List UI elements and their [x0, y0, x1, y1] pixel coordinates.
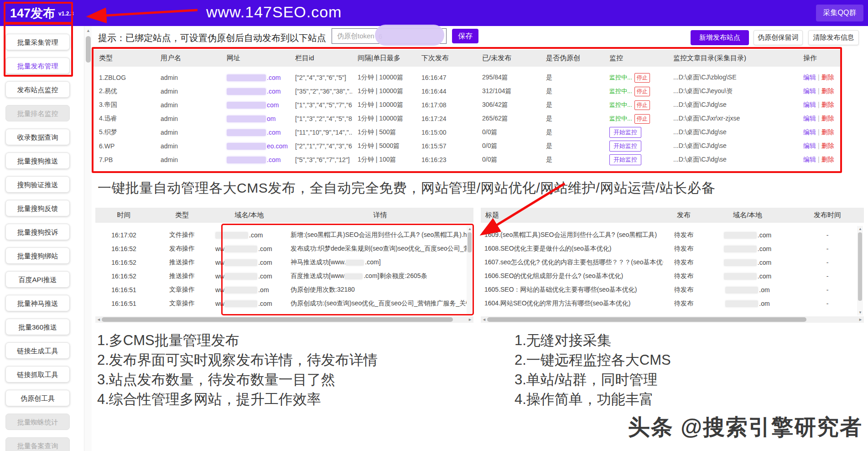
clear-info-button[interactable]: 清除发布信息: [808, 30, 859, 45]
publish-time: -: [791, 269, 864, 283]
sidebar-item[interactable]: 批量搜狗反馈: [5, 200, 70, 216]
separator: |: [818, 128, 820, 136]
site-url-cell[interactable]: com: [221, 98, 290, 112]
pending-row: 1604.网站SEO优化的常用方法有哪些(seo基本优化)待发布.om-: [481, 297, 864, 310]
column-header: 监控: [604, 50, 668, 67]
column-header: 用户名: [155, 50, 221, 67]
article-domain: .com: [704, 256, 791, 269]
scroll-right-icon[interactable]: ►: [858, 317, 863, 322]
scrollbar-thumb[interactable]: [468, 232, 472, 252]
sidebar-item[interactable]: 批量搜狗绑站: [5, 247, 70, 264]
monitor-directory: ...D:\桌面\CJ\dg\se: [668, 126, 798, 139]
token-input[interactable]: 伪原创token 6: [332, 28, 447, 44]
operations-cell: 编辑|删除: [798, 153, 841, 167]
delete-link[interactable]: 删除: [821, 142, 834, 149]
features-list-right: 1.无缝对接采集2.一键远程监控各大CMS3.单站/站群，同时管理4.操作简单，…: [515, 330, 671, 409]
start-monitor-button[interactable]: 开始监控: [609, 127, 641, 138]
sidebar-item[interactable]: 伪原创工具: [5, 390, 70, 406]
scroll-up-icon[interactable]: ▲: [858, 227, 862, 231]
blurred-domain: [724, 232, 757, 239]
edit-link[interactable]: 编辑: [803, 73, 816, 81]
log-vertical-scrollbar[interactable]: ▲: [467, 226, 473, 315]
site-url-cell[interactable]: .com: [221, 84, 290, 98]
scroll-left-icon[interactable]: ◄: [482, 317, 486, 322]
pending-vertical-scrollbar[interactable]: ▲ ▼: [857, 226, 863, 315]
pending-horizontal-scrollbar[interactable]: ◄ ►: [481, 316, 864, 323]
site-url-cell[interactable]: .com: [221, 126, 290, 139]
pending-row: 1609.(seo黑帽工具)SEO会运用到些什么工具? (seo黑帽工具)待发布…: [481, 228, 864, 242]
scroll-down-icon[interactable]: ▼: [858, 310, 862, 315]
save-button[interactable]: 保存: [452, 29, 478, 43]
sidebar-item[interactable]: 批量发布管理: [5, 58, 70, 74]
blurred-token-value: [375, 25, 444, 46]
scrollbar-thumb[interactable]: [102, 317, 453, 322]
edit-link[interactable]: 编辑: [803, 115, 816, 122]
stop-monitor-button[interactable]: 停止: [634, 114, 650, 124]
site-url-cell[interactable]: eo.com: [221, 139, 290, 153]
sidebar-item[interactable]: 批量搜狗投诉: [5, 224, 70, 240]
feature-item: 2.一键远程监控各大CMS: [515, 350, 671, 370]
stop-monitor-button[interactable]: 停止: [634, 87, 650, 96]
sidebar-item[interactable]: 百度API推送: [5, 271, 70, 288]
qq-group-button[interactable]: 采集QQ群: [816, 5, 863, 21]
stop-monitor-button[interactable]: 停止: [634, 73, 650, 83]
separator: |: [818, 101, 820, 108]
feature-item: 3.站点发布数量，待发布数量一目了然: [97, 370, 378, 389]
separator: |: [818, 115, 820, 122]
reserved-words-button[interactable]: 伪原创保留词: [754, 30, 803, 45]
sidebar-item[interactable]: 批量360推送: [5, 319, 70, 335]
log-domain: ww.com: [212, 269, 287, 283]
log-detail: 伪原创成功:(seo查询)seo优化_百度seo公司_营销推广服务_关键词排名.…: [287, 297, 473, 310]
edit-link[interactable]: 编辑: [803, 101, 816, 108]
site-url-cell[interactable]: .com: [221, 71, 290, 84]
monitor-cell: 开始监控: [604, 153, 668, 167]
delete-link[interactable]: 删除: [821, 73, 834, 81]
sidebar-item[interactable]: 批量搜狗推送: [5, 152, 70, 169]
delete-link[interactable]: 删除: [821, 101, 834, 108]
scroll-left-icon[interactable]: ◄: [97, 317, 101, 322]
edit-link[interactable]: 编辑: [803, 156, 816, 163]
column-header: 是否伪原创: [541, 50, 604, 67]
delete-link[interactable]: 删除: [821, 115, 834, 122]
edit-link[interactable]: 编辑: [803, 87, 816, 94]
sidebar-item[interactable]: 批量神马推送: [5, 295, 70, 311]
article-title: 1607.seo怎么优化? 优化的内容主要包括哪些？？？(seo基本优化): [481, 256, 663, 269]
column-header: 发布时间: [791, 208, 864, 223]
sidebar-item[interactable]: 链接抓取工具: [5, 366, 70, 383]
sidebar-item[interactable]: 链接生成工具: [5, 342, 70, 359]
scrollbar-thumb[interactable]: [487, 317, 806, 322]
content-scrollbar[interactable]: ▲: [84, 26, 92, 451]
token-placeholder: 伪原创token: [337, 32, 374, 41]
site-user: admin: [155, 84, 221, 98]
site-url-cell[interactable]: .com: [221, 153, 290, 167]
start-monitor-button[interactable]: 开始监控: [609, 141, 641, 152]
operations-cell: 编辑|删除: [798, 139, 841, 153]
log-horizontal-scrollbar[interactable]: ◄ ►: [95, 316, 473, 323]
published-count: 265/62篇: [477, 112, 541, 126]
scroll-right-icon[interactable]: ►: [468, 317, 472, 322]
start-monitor-button[interactable]: 开始监控: [609, 154, 641, 165]
separator: |: [818, 142, 820, 149]
add-site-button[interactable]: 新增发布站点: [691, 30, 749, 45]
site-row: 6.WPadmineo.com["2","1","7","4","3","6"]…: [94, 139, 841, 153]
stop-monitor-button[interactable]: 停止: [634, 100, 650, 110]
sidebar-item[interactable]: 收录数据查询: [5, 129, 70, 145]
site-user: admin: [155, 112, 221, 126]
app-logo: 147发布v1.2.3: [10, 5, 73, 21]
sidebar-item[interactable]: 搜狗验证推送: [5, 176, 70, 193]
sidebar-item[interactable]: 发布站点监控: [5, 81, 70, 98]
delete-link[interactable]: 删除: [821, 156, 834, 163]
edit-link[interactable]: 编辑: [803, 142, 816, 149]
pseudo-original-flag: 是: [541, 112, 604, 126]
delete-link[interactable]: 删除: [821, 128, 834, 136]
site-type: 2.易优: [94, 84, 155, 98]
scroll-up-icon[interactable]: ▲: [468, 227, 472, 231]
edit-link[interactable]: 编辑: [803, 128, 816, 136]
separator: |: [818, 87, 820, 94]
scrollbar-thumb[interactable]: [858, 232, 862, 301]
domain-suffix: .com: [758, 273, 771, 280]
delete-link[interactable]: 删除: [821, 87, 834, 94]
site-url-cell[interactable]: om: [221, 112, 290, 126]
log-domain: .com: [212, 228, 287, 242]
sidebar: 批量采集管理批量发布管理发布站点监控批量排名监控收录数据查询批量搜狗推送搜狗验证…: [0, 26, 75, 451]
